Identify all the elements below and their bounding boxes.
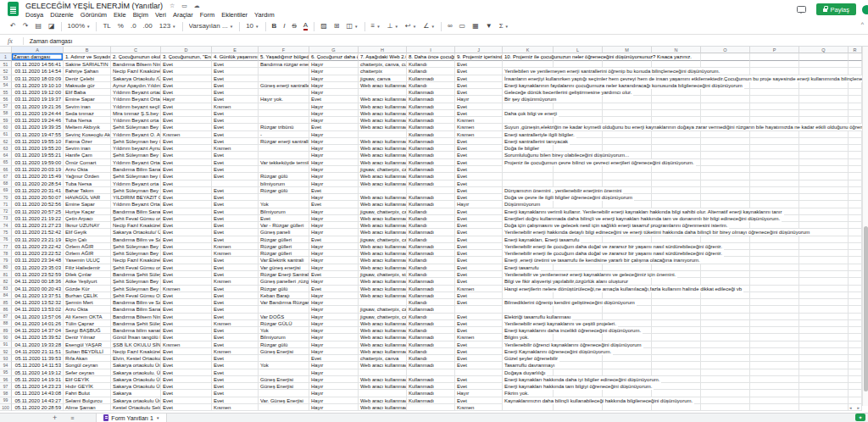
cell[interactable]: Evet [161, 243, 212, 250]
cell[interactable] [849, 383, 862, 390]
cell[interactable]: Evet [212, 292, 259, 299]
cell[interactable]: 03.11.2020 19:24:46 [12, 117, 64, 124]
paint-format-icon[interactable]: ◪ [45, 22, 58, 31]
cell[interactable] [652, 264, 701, 271]
cell[interactable] [701, 348, 750, 355]
cell[interactable] [750, 362, 799, 369]
cell[interactable]: Şehit Süleyman Bey İlkokulu [111, 124, 161, 130]
cell[interactable] [849, 362, 862, 369]
cell[interactable] [554, 292, 603, 299]
cell[interactable] [799, 369, 849, 376]
cell[interactable] [455, 306, 503, 313]
cell[interactable]: Evet [455, 299, 503, 306]
cell[interactable]: Kullanmadı [407, 383, 455, 390]
cell[interactable] [652, 180, 701, 187]
cell[interactable] [503, 180, 554, 187]
cell[interactable]: Evet [161, 152, 212, 158]
cell[interactable]: 05.11.2020 20:28:59 [12, 404, 64, 411]
cell[interactable]: Evet [212, 299, 259, 306]
cell[interactable]: Evet [161, 236, 212, 243]
cell[interactable]: 04.11.2020 14:37:04 [12, 327, 64, 334]
row-number[interactable]: 80 [0, 264, 12, 271]
cell[interactable]: Kestel Ortaokulu Selma [111, 404, 161, 411]
cell[interactable] [799, 397, 849, 404]
cell[interactable]: Enerji tasarrufu [503, 264, 554, 271]
column-letter-P[interactable]: P [750, 47, 799, 53]
cell[interactable]: Hayır yok. [259, 96, 309, 103]
cell[interactable]: Evet [212, 68, 259, 75]
cell[interactable]: Evet [161, 320, 212, 327]
cell[interactable]: Evet [455, 138, 503, 145]
cell[interactable]: Enerji ,enerji üretimi ve tasarrufu ile … [503, 257, 554, 264]
cell[interactable]: Evet [212, 383, 259, 390]
cell[interactable] [799, 278, 849, 285]
cell[interactable]: Evet [212, 257, 259, 264]
cell[interactable]: Web aracı kullanmadım. [359, 341, 407, 348]
cell[interactable] [701, 299, 750, 306]
cell[interactable] [407, 369, 455, 376]
cell[interactable]: 03.11.2020 19:10:10 [12, 82, 64, 89]
cell[interactable]: Elçin Çalı [64, 236, 111, 243]
insert-comment-icon[interactable]: ▭ [456, 22, 470, 31]
cell[interactable]: Kısmen [212, 348, 259, 355]
text-color-button[interactable]: A [300, 22, 311, 31]
cell[interactable]: Evet [309, 286, 359, 292]
cell[interactable] [799, 264, 849, 271]
cell[interactable]: Evet [212, 229, 259, 236]
cell[interactable]: Kullandı [407, 236, 455, 243]
cell[interactable]: Web aracı kullanmadım. [359, 173, 407, 180]
cell[interactable]: 03.11.2020 19:55:21 [12, 152, 64, 158]
cell[interactable]: Hayır [309, 173, 359, 180]
cell[interactable]: Kullandı [407, 215, 455, 222]
cell[interactable] [849, 278, 862, 285]
cell[interactable]: Evet [212, 390, 259, 397]
cell[interactable]: Sevim inan [64, 145, 111, 152]
cell[interactable]: Evet [161, 159, 212, 166]
cell[interactable] [652, 314, 701, 320]
cell[interactable] [750, 355, 799, 362]
cell[interactable] [750, 173, 799, 180]
cell[interactable] [603, 180, 652, 187]
cell[interactable] [799, 61, 849, 68]
column-letter-M[interactable]: M [603, 47, 652, 53]
row-number[interactable]: 51 [0, 61, 12, 68]
cell[interactable] [750, 376, 799, 383]
cell[interactable]: Evet [309, 201, 359, 208]
cell[interactable]: Bandırma Bilsem Nimet Alpaslan [111, 61, 161, 68]
cell[interactable]: 03.11.2020 20:31:41 [12, 187, 64, 194]
cell[interactable]: 05.11.2020 14:43:08 [12, 390, 64, 397]
comment-history-icon[interactable] [797, 6, 806, 13]
row-number[interactable]: 55 [0, 89, 12, 96]
cell[interactable]: 05.11.2020 11:39:53 [12, 355, 64, 362]
font-select[interactable]: Varsayılan ...▼ [186, 22, 237, 31]
cell[interactable] [849, 159, 862, 166]
cell[interactable] [652, 131, 701, 138]
cell[interactable]: Hayır [309, 222, 359, 229]
row-number[interactable]: 70 [0, 194, 12, 201]
cell[interactable]: Rıfa Akan [64, 355, 111, 362]
cell[interactable] [799, 215, 849, 222]
cell[interactable]: Evet [212, 89, 259, 96]
cell[interactable] [701, 131, 750, 138]
cell[interactable]: Kullandı [407, 82, 455, 89]
cell[interactable]: Web aracı kullanmadım. [359, 383, 407, 390]
cell[interactable]: Güneş Enerjisi [259, 383, 309, 390]
cell[interactable]: Kullanmadı [407, 103, 455, 110]
cell[interactable]: Evet [212, 96, 259, 103]
cell[interactable] [750, 243, 799, 250]
cell[interactable] [503, 306, 554, 313]
row-number[interactable]: 56 [0, 96, 12, 103]
header-cell[interactable]: 3. Çocuğunuzun, "Enerji [161, 53, 212, 61]
cell[interactable]: Kullanmadı [407, 194, 455, 201]
cell[interactable]: Kısmen [455, 117, 503, 124]
cell[interactable]: Kısmen [212, 250, 259, 257]
formula-bar-value[interactable]: Zaman damgası [30, 38, 73, 44]
cell[interactable] [799, 117, 849, 124]
cell[interactable]: Evet [212, 110, 259, 117]
cell[interactable]: Kullanmadı [407, 152, 455, 158]
cell[interactable]: Emine Sapar [64, 201, 111, 208]
cell[interactable]: Evet [455, 250, 503, 257]
cell[interactable]: Web aracı kullanmadım. [359, 286, 407, 292]
cell[interactable] [849, 271, 862, 278]
cell[interactable] [799, 271, 849, 278]
